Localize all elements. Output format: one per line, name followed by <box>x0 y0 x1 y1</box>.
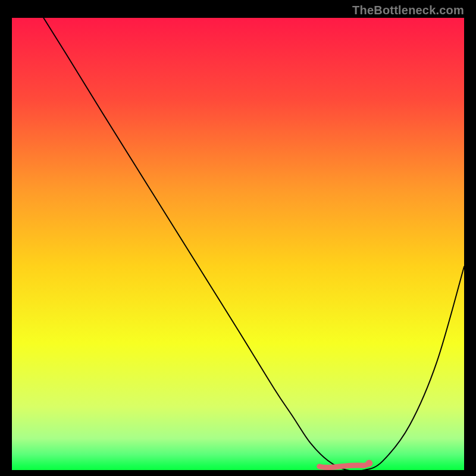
optimal-range-marker <box>320 464 369 467</box>
chart-svg <box>12 18 464 470</box>
bottleneck-curve <box>43 18 464 471</box>
frame: TheBottleneck.com <box>0 0 476 476</box>
optimal-point-dot <box>366 460 373 467</box>
plot-area <box>12 18 464 470</box>
attribution-text: TheBottleneck.com <box>352 4 464 17</box>
